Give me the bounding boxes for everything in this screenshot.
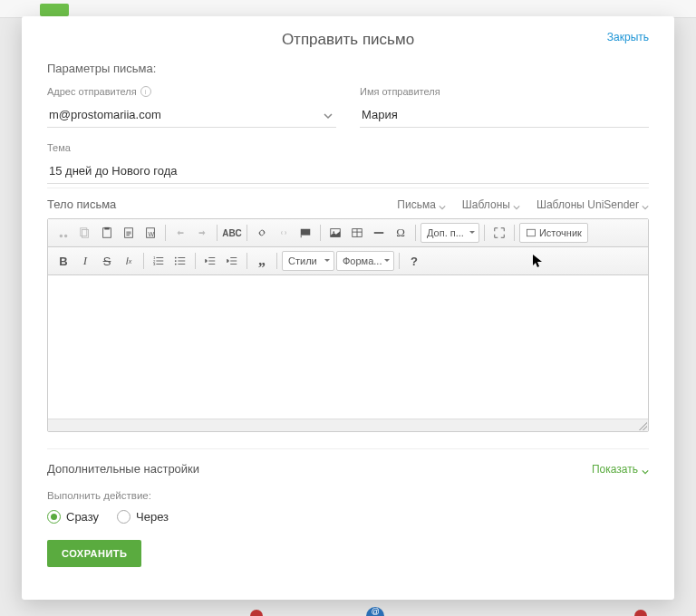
green-badge: [40, 4, 69, 16]
info-icon[interactable]: i: [140, 86, 151, 97]
separator: [276, 253, 277, 269]
action-timing-label: Выполнить действие:: [47, 490, 649, 501]
extras-combo[interactable]: Доп. п...: [420, 223, 479, 243]
chevron-down-icon: [324, 110, 333, 119]
sender-address-value: m@prostomariia.com: [49, 108, 161, 121]
svg-text:W: W: [148, 231, 154, 237]
red-indicator: [634, 610, 647, 616]
outdent-icon[interactable]: [200, 251, 220, 271]
svg-point-16: [175, 260, 177, 262]
save-button[interactable]: СОХРАНИТЬ: [47, 540, 141, 567]
link-icon[interactable]: [252, 223, 272, 243]
svg-text:3: 3: [153, 262, 156, 266]
body-title: Тело письма: [47, 197, 116, 211]
maximize-icon[interactable]: [489, 223, 509, 243]
params-section: Параметры письма: Адрес отправителя i m@…: [22, 62, 674, 580]
undo-icon[interactable]: [170, 223, 190, 243]
additional-settings-title: Дополнительные настройки: [47, 462, 199, 476]
copy-icon[interactable]: [75, 223, 95, 243]
close-button[interactable]: Закрыть: [607, 31, 649, 43]
separator: [415, 225, 416, 241]
remove-format-icon[interactable]: Ix: [119, 251, 139, 271]
image-icon[interactable]: [325, 223, 345, 243]
separator: [514, 225, 515, 241]
radio-after[interactable]: Через: [117, 510, 169, 524]
separator: [195, 253, 196, 269]
table-icon[interactable]: [347, 223, 367, 243]
sender-address-field: Адрес отправителя i m@prostomariia.com: [47, 86, 336, 128]
modal-title: Отправить письмо: [47, 31, 649, 49]
body-header: Тело письма Письма Шаблоны Шаблоны UniSe…: [47, 188, 649, 218]
editor-content-area[interactable]: [48, 275, 648, 419]
tab-unisender[interactable]: Шаблоны UniSender: [536, 198, 649, 211]
radio-now[interactable]: Сразу: [47, 510, 99, 524]
backdrop-top-bar: [0, 0, 696, 18]
send-letter-modal: Отправить письмо Закрыть Параметры письм…: [22, 16, 674, 600]
svg-point-15: [175, 257, 177, 259]
redo-icon[interactable]: [192, 223, 212, 243]
svg-rect-4: [125, 228, 133, 238]
show-additional-button[interactable]: Показать: [592, 463, 649, 476]
svg-point-9: [333, 231, 334, 233]
chevron-down-icon: [642, 201, 649, 208]
svg-point-17: [175, 264, 177, 265]
tab-letters[interactable]: Письма: [397, 198, 446, 211]
subject-label: Тема: [47, 142, 71, 153]
separator: [143, 253, 144, 269]
source-button[interactable]: Источник: [519, 223, 588, 243]
unlink-icon[interactable]: [274, 223, 294, 243]
separator: [399, 253, 400, 269]
sender-name-field: Имя отправителя: [360, 86, 649, 128]
subject-field: Тема: [47, 142, 649, 184]
sender-name-input[interactable]: [360, 102, 649, 128]
separator: [484, 225, 485, 241]
editor-toolbar-row1: W ABC Ω Доп. п...: [48, 219, 648, 247]
special-char-icon[interactable]: Ω: [391, 223, 411, 243]
separator: [320, 225, 321, 241]
paste-icon[interactable]: [97, 223, 117, 243]
paste-text-icon[interactable]: [119, 223, 139, 243]
editor-footer: [48, 419, 648, 431]
help-icon[interactable]: ?: [404, 251, 424, 271]
chevron-down-icon: [642, 466, 649, 473]
chevron-down-icon: [439, 201, 446, 208]
separator: [165, 225, 166, 241]
svg-rect-11: [527, 229, 535, 236]
paste-word-icon[interactable]: W: [140, 223, 160, 243]
params-section-title: Параметры письма:: [47, 62, 649, 86]
chevron-down-icon: [513, 201, 520, 208]
svg-rect-3: [104, 227, 109, 230]
bullet-list-icon[interactable]: [170, 251, 190, 271]
red-indicator: [250, 610, 263, 616]
additional-settings-header: Дополнительные настройки Показать: [47, 448, 649, 476]
modal-header: Отправить письмо Закрыть: [22, 16, 674, 62]
spellcheck-icon[interactable]: ABC: [222, 223, 242, 243]
sender-name-label: Имя отправителя: [360, 86, 440, 97]
radio-dot-checked: [47, 510, 61, 524]
separator: [217, 225, 218, 241]
anchor-icon[interactable]: [295, 223, 315, 243]
editor-toolbar-row2: B I S Ix 123 „ Стили Форма... ?: [48, 247, 648, 275]
resize-grip[interactable]: [638, 421, 647, 430]
rich-text-editor: W ABC Ω Доп. п...: [47, 218, 649, 432]
sender-address-select[interactable]: m@prostomariia.com: [47, 102, 336, 128]
tab-templates[interactable]: Шаблоны: [462, 198, 520, 211]
cut-icon[interactable]: [53, 223, 73, 243]
action-timing-section: Выполнить действие: Сразу Через: [47, 490, 649, 524]
bold-icon[interactable]: B: [53, 251, 73, 271]
format-combo[interactable]: Форма...: [336, 251, 394, 271]
blockquote-icon[interactable]: „: [252, 251, 272, 271]
italic-icon[interactable]: I: [75, 251, 95, 271]
separator: [246, 253, 247, 269]
separator: [246, 225, 247, 241]
subject-input[interactable]: [47, 159, 649, 184]
svg-rect-7: [301, 236, 302, 238]
indent-icon[interactable]: [222, 251, 242, 271]
numbered-list-icon[interactable]: 123: [149, 251, 169, 271]
radio-dot: [117, 510, 130, 524]
hr-icon[interactable]: [369, 223, 389, 243]
strike-icon[interactable]: S: [97, 251, 117, 271]
styles-combo[interactable]: Стили: [282, 251, 334, 271]
sender-address-label: Адрес отправителя: [47, 86, 137, 97]
bottom-strip: @: [0, 607, 696, 616]
